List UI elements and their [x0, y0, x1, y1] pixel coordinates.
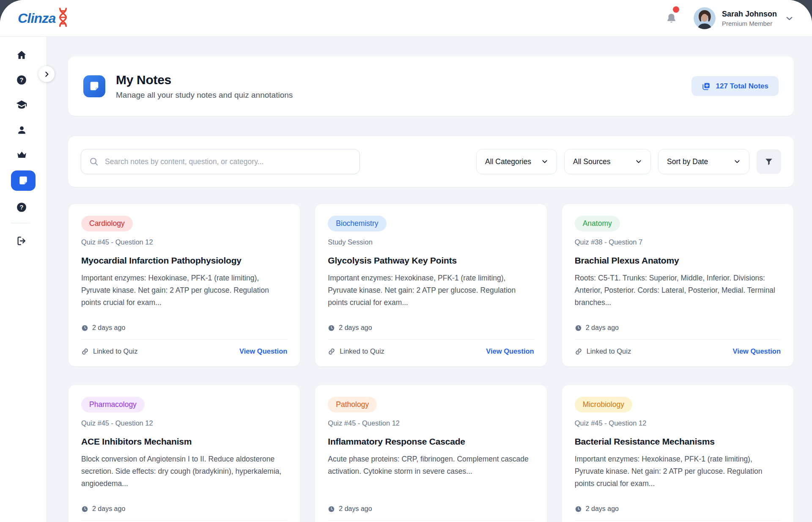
chevron-down-icon [785, 14, 794, 23]
note-title: Glycolysis Pathway Key Points [328, 256, 534, 266]
user-menu[interactable]: Sarah Johnson Premium Member [694, 7, 794, 29]
sidebar-expand-button[interactable] [38, 66, 55, 82]
link-icon [328, 348, 335, 355]
sidebar-item-learn[interactable] [11, 94, 32, 115]
logo[interactable]: Clinza [18, 9, 70, 27]
note-time-row: 2 days ago [575, 324, 781, 332]
note-category-badge: Cardiology [81, 216, 133, 231]
total-notes-label: 127 Total Notes [716, 82, 768, 91]
note-footer: Linked to Quiz View Question [575, 339, 781, 355]
main-content: My Notes Manage all your study notes and… [47, 37, 812, 522]
note-card[interactable]: Cardiology Quiz #45 - Question 12 Myocar… [68, 203, 300, 367]
page-header-text: My Notes Manage all your study notes and… [116, 73, 293, 100]
question-circle-icon: ? [16, 74, 27, 85]
page-header-card: My Notes Manage all your study notes and… [68, 56, 794, 116]
sidebar-item-support[interactable]: ? [11, 197, 32, 218]
user-role: Premium Member [722, 20, 777, 27]
note-body: Important enzymes: Hexokinase, PFK-1 (ra… [328, 272, 534, 321]
note-view-question[interactable]: View Question [733, 347, 781, 355]
note-body: Block conversion of Angiotensin I to II.… [81, 453, 287, 502]
note-linked: Linked to Quiz [575, 347, 631, 355]
sidebar-item-notes[interactable] [11, 170, 36, 191]
svg-text:?: ? [20, 204, 24, 211]
note-time-row: 2 days ago [328, 505, 534, 513]
note-icon [88, 80, 100, 92]
filter-bar: All Categories All Sources Sort by Date [68, 136, 794, 187]
note-category-badge: Pathology [328, 397, 377, 412]
note-time: 2 days ago [92, 505, 125, 513]
note-category-badge: Microbiology [575, 397, 632, 412]
note-source: Quiz #45 - Question 12 [328, 419, 534, 427]
sidebar-item-profile[interactable] [11, 119, 32, 140]
note-title: ACE Inhibitors Mechanism [81, 437, 287, 447]
crown-icon [16, 149, 27, 161]
stacked-notes-plus-icon [702, 82, 711, 91]
sources-dropdown[interactable]: All Sources [564, 149, 651, 174]
total-notes-button[interactable]: 127 Total Notes [691, 76, 779, 96]
notes-grid: Cardiology Quiz #45 - Question 12 Myocar… [68, 203, 794, 522]
note-card[interactable]: Pharmacology Quiz #45 - Question 12 ACE … [68, 385, 300, 522]
note-linked-label: Linked to Quiz [340, 347, 384, 355]
sidebar-item-home[interactable] [11, 44, 32, 66]
note-source: Quiz #45 - Question 12 [81, 419, 287, 427]
logo-text: Clinza [18, 11, 55, 26]
note-view-question[interactable]: View Question [486, 347, 534, 355]
topbar-right: Sarah Johnson Premium Member [665, 7, 794, 29]
note-source: Quiz #45 - Question 12 [575, 419, 781, 427]
note-footer: Linked to Quiz View Question [81, 520, 287, 522]
user-text: Sarah Johnson Premium Member [722, 10, 777, 27]
app-window: Clinza [0, 0, 812, 522]
avatar [694, 7, 716, 29]
note-title: Bacterial Resistance Mechanisms [575, 437, 781, 447]
note-linked-label: Linked to Quiz [93, 347, 137, 355]
clock-icon [328, 506, 335, 513]
sort-dropdown-label: Sort by Date [667, 157, 708, 166]
search-input[interactable] [81, 149, 360, 174]
note-time-row: 2 days ago [328, 324, 534, 332]
categories-dropdown[interactable]: All Categories [476, 149, 557, 174]
note-source: Study Session [328, 238, 534, 246]
clock-icon [81, 506, 88, 513]
note-card[interactable]: Anatomy Quiz #38 - Question 7 Brachial P… [562, 203, 794, 367]
note-title: Inflammatory Response Cascade [328, 437, 534, 447]
note-icon [18, 175, 29, 186]
note-time-row: 2 days ago [575, 505, 781, 513]
question-circle-icon: ? [16, 202, 27, 213]
note-card[interactable]: Biochemistry Study Session Glycolysis Pa… [315, 203, 547, 367]
note-category-badge: Pharmacology [81, 397, 145, 412]
sidebar-divider [11, 223, 30, 223]
note-linked-label: Linked to Quiz [587, 347, 631, 355]
sort-dropdown[interactable]: Sort by Date [658, 149, 749, 174]
notifications-button[interactable] [665, 12, 678, 25]
user-icon [16, 125, 27, 135]
sources-dropdown-label: All Sources [573, 157, 611, 166]
sidebar-item-logout[interactable] [11, 230, 32, 251]
bell-icon [665, 12, 678, 25]
note-body: Important enzymes: Hexokinase, PFK-1 (ra… [81, 272, 287, 321]
note-time-row: 2 days ago [81, 324, 287, 332]
clock-icon [575, 506, 582, 513]
clock-icon [81, 324, 88, 332]
sidebar-item-help[interactable]: ? [11, 69, 32, 91]
note-title: Myocardial Infarction Pathophysiology [81, 256, 287, 266]
app-shell: ?? My Notes [0, 37, 812, 522]
filter-button[interactable] [757, 149, 781, 174]
note-time-row: 2 days ago [81, 505, 287, 513]
note-footer: Linked to Quiz View Question [575, 520, 781, 522]
page-header-left: My Notes Manage all your study notes and… [83, 73, 293, 100]
note-source: Quiz #45 - Question 12 [81, 238, 287, 246]
search-wrap [81, 149, 360, 174]
note-time: 2 days ago [586, 505, 619, 513]
note-card[interactable]: Pathology Quiz #45 - Question 12 Inflamm… [315, 385, 547, 522]
page-subtitle: Manage all your study notes and quiz ann… [116, 91, 293, 100]
dna-icon [56, 8, 70, 27]
sidebar-item-premium[interactable] [11, 144, 32, 165]
chevron-down-icon [635, 158, 642, 165]
graduation-cap-icon [16, 99, 27, 111]
note-category-badge: Anatomy [575, 216, 620, 231]
page-title: My Notes [116, 73, 293, 87]
note-card[interactable]: Microbiology Quiz #45 - Question 12 Bact… [562, 385, 794, 522]
user-name: Sarah Johnson [722, 10, 777, 19]
note-view-question[interactable]: View Question [239, 347, 287, 355]
topbar: Clinza [0, 0, 812, 37]
